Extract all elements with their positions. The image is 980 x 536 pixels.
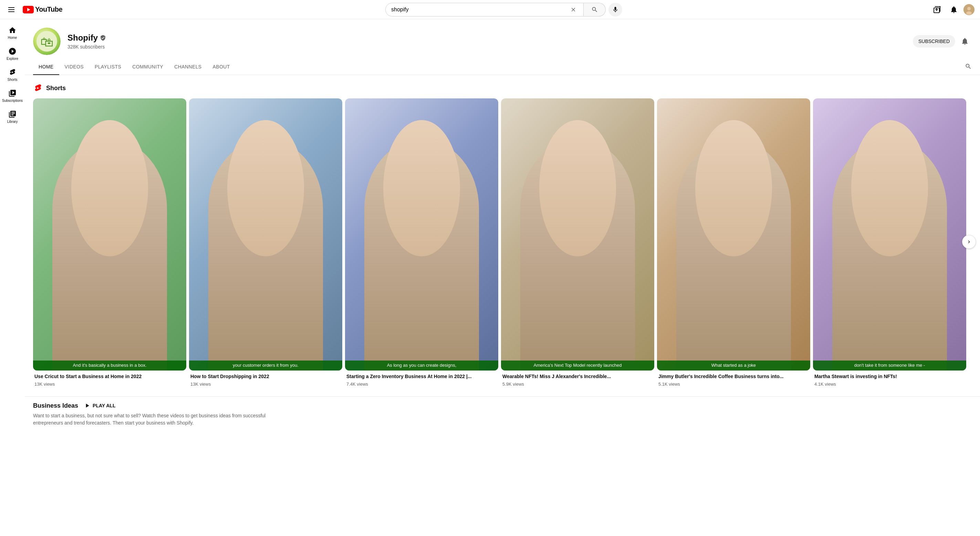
short-card-1[interactable]: And it's basically a business in a box. … <box>33 98 186 388</box>
svg-point-3 <box>967 7 971 10</box>
explore-icon <box>8 47 16 56</box>
short-thumb-image-3: As long as you can create designs, <box>345 98 498 371</box>
short-info-5: Jimmy Butler's Incredible Coffee Busines… <box>657 371 810 388</box>
microphone-icon <box>612 6 619 13</box>
sidebar-item-home[interactable]: Home <box>0 22 25 43</box>
short-info-1: Use Cricut to Start a Business at Home i… <box>33 371 186 388</box>
svg-text:🛍: 🛍 <box>40 35 53 49</box>
subscriber-count: 328K subscribers <box>67 44 106 49</box>
nav-left: YouTube <box>5 5 88 15</box>
short-title-3: Starting a Zero Inventory Business At Ho… <box>347 373 497 380</box>
short-views-1: 13K views <box>35 382 185 387</box>
sidebar-item-shorts[interactable]: Shorts <box>0 64 25 85</box>
search-bar <box>91 3 916 16</box>
short-thumb-2: your customer orders it from you. <box>189 98 342 371</box>
user-avatar-image <box>964 4 975 15</box>
business-section: Business Ideas PLAY ALL Want to start a … <box>25 396 980 427</box>
shorts-carousel: And it's basically a business in a box. … <box>33 98 972 388</box>
hamburger-icon <box>8 7 14 12</box>
short-caption-3: As long as you can create designs, <box>345 360 498 371</box>
tab-videos[interactable]: VIDEOS <box>59 59 89 75</box>
home-icon <box>8 26 16 35</box>
channel-name: Shopify <box>67 33 98 43</box>
short-info-4: Wearable NFTs! Miss J Alexander's Incred… <box>501 371 654 388</box>
sidebar-item-subscriptions[interactable]: Subscriptions <box>0 85 25 106</box>
short-card-5[interactable]: What started as a joke Jimmy Butler's In… <box>657 98 810 388</box>
sidebar-item-library[interactable]: Library <box>0 106 25 127</box>
short-title-6: Martha Stewart is investing in NFTs! <box>815 373 965 380</box>
short-title-1: Use Cricut to Start a Business at Home i… <box>35 373 185 380</box>
channel-avatar: 🛍 <box>33 27 60 55</box>
svg-point-4 <box>966 11 972 15</box>
youtube-logo[interactable]: YouTube <box>23 5 62 13</box>
short-thumb-image-6: don't take it from someone like me - <box>813 98 966 371</box>
search-icon <box>591 6 598 13</box>
play-all-button[interactable]: PLAY ALL <box>84 402 115 409</box>
library-icon <box>8 110 16 118</box>
library-label: Library <box>7 120 18 124</box>
short-title-2: How to Start Dropshipping in 2022 <box>191 373 341 380</box>
channel-actions: SUBSCRIBED <box>913 35 972 48</box>
short-card-3[interactable]: As long as you can create designs, Start… <box>345 98 498 388</box>
tab-home[interactable]: HOME <box>33 59 59 75</box>
short-card-4[interactable]: America's Next Top Model recently launch… <box>501 98 654 388</box>
shorts-label: Shorts <box>8 78 18 81</box>
short-views-2: 13K views <box>191 382 341 387</box>
verified-icon <box>100 35 106 41</box>
short-thumb-1: And it's basically a business in a box. <box>33 98 186 371</box>
voice-search-button[interactable] <box>608 3 622 16</box>
short-card-6[interactable]: don't take it from someone like me - Mar… <box>813 98 966 388</box>
search-input[interactable] <box>391 6 569 13</box>
channel-logo-svg: 🛍 <box>37 31 57 52</box>
short-caption-2: your customer orders it from you. <box>189 360 342 371</box>
short-thumb-4: America's Next Top Model recently launch… <box>501 98 654 371</box>
search-input-wrap <box>385 3 584 16</box>
sidebar: Home Explore Shorts Subscriptions Librar… <box>0 19 25 536</box>
short-title-5: Jimmy Butler's Incredible Coffee Busines… <box>659 373 809 380</box>
shorts-section-icon <box>33 83 43 93</box>
channel-name-row: Shopify <box>67 33 106 43</box>
channel-info: 🛍 Shopify 328K subscribers <box>33 27 106 55</box>
play-icon <box>84 402 91 409</box>
business-section-header: Business Ideas PLAY ALL <box>33 402 972 409</box>
tab-playlists[interactable]: PLAYLISTS <box>89 59 127 75</box>
menu-button[interactable] <box>5 5 17 15</box>
create-button[interactable] <box>931 3 944 16</box>
business-section-title: Business Ideas <box>33 402 78 409</box>
channel-search-button[interactable] <box>965 63 972 71</box>
tab-about[interactable]: ABOUT <box>207 59 235 75</box>
short-card-2[interactable]: your customer orders it from you. How to… <box>189 98 342 388</box>
channel-notification-button[interactable] <box>958 35 972 48</box>
chevron-right-icon <box>966 239 972 244</box>
short-thumb-image-5: What started as a joke <box>657 98 810 371</box>
youtube-logo-icon <box>23 6 34 13</box>
carousel-next-button[interactable] <box>962 235 976 249</box>
short-thumb-image-4: America's Next Top Model recently launch… <box>501 98 654 371</box>
search-form <box>385 3 606 16</box>
short-views-3: 7.4K views <box>347 382 497 387</box>
short-title-4: Wearable NFTs! Miss J Alexander's Incred… <box>503 373 653 380</box>
play-all-label: PLAY ALL <box>92 403 115 408</box>
channel-details: Shopify 328K subscribers <box>67 33 106 49</box>
tab-channels[interactable]: CHANNELS <box>169 59 207 75</box>
short-thumb-3: As long as you can create designs, <box>345 98 498 371</box>
short-thumb-6: don't take it from someone like me - <box>813 98 966 371</box>
youtube-text: YouTube <box>35 5 62 13</box>
subscribe-button[interactable]: SUBSCRIBED <box>913 35 955 48</box>
sidebar-item-explore[interactable]: Explore <box>0 43 25 64</box>
shorts-section: Shorts And it's basically a business in … <box>25 75 980 388</box>
bell-icon <box>950 5 958 14</box>
notifications-button[interactable] <box>947 3 961 16</box>
avatar[interactable] <box>964 4 975 15</box>
main-content: 🛍 Shopify 328K subscribers SUBSCRIBED <box>25 19 980 536</box>
short-caption-6: don't take it from someone like me - <box>813 360 966 371</box>
short-views-5: 5.1K views <box>659 382 809 387</box>
search-submit-button[interactable] <box>584 3 606 16</box>
home-label: Home <box>8 36 17 40</box>
short-info-3: Starting a Zero Inventory Business At Ho… <box>345 371 498 388</box>
explore-label: Explore <box>6 57 18 60</box>
tab-community[interactable]: COMMUNITY <box>127 59 169 75</box>
search-clear-button[interactable] <box>569 5 578 14</box>
subscriptions-label: Subscriptions <box>2 99 23 103</box>
subscriptions-icon <box>8 89 16 97</box>
